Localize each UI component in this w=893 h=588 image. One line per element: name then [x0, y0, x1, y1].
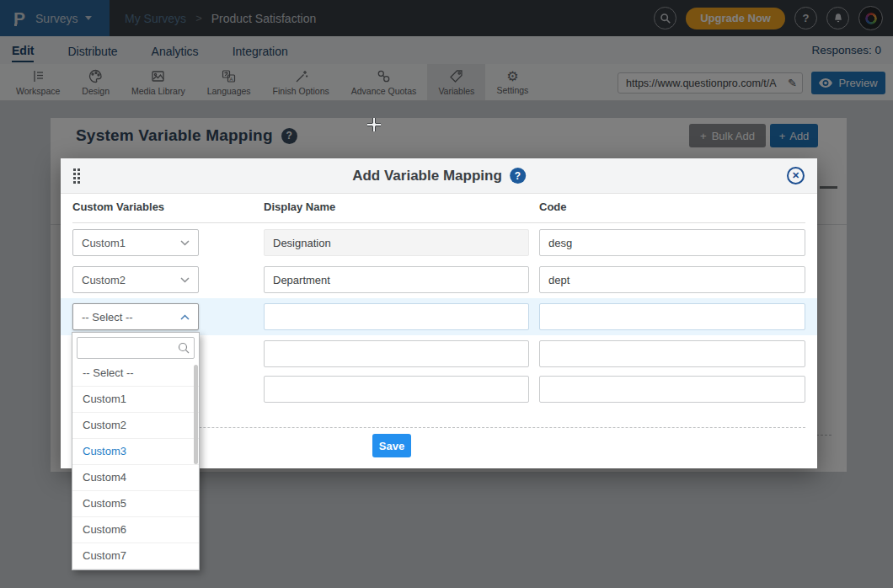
code-input-2[interactable]	[539, 266, 805, 293]
variable-dropdown-panel: -- Select -- Custom1 Custom2 Custom3 Cus…	[72, 332, 200, 570]
variable-select-2[interactable]: Custom2	[72, 266, 199, 293]
code-input-5[interactable]	[539, 376, 805, 403]
close-icon[interactable]: ✕	[787, 167, 805, 184]
display-name-input-3[interactable]	[264, 303, 529, 330]
column-display-name: Display Name	[264, 200, 539, 222]
mapping-row-3: -- Select --	[72, 303, 805, 330]
dialog-help-icon[interactable]: ?	[510, 168, 526, 184]
variable-select-1[interactable]: Custom1	[72, 229, 199, 256]
dropdown-option-custom2[interactable]: Custom2	[72, 413, 199, 439]
code-input-3[interactable]	[539, 303, 805, 330]
search-icon	[177, 341, 190, 355]
code-input-4[interactable]	[539, 340, 805, 367]
chevron-down-icon	[180, 277, 190, 283]
dropdown-option-custom3[interactable]: Custom3	[72, 439, 199, 465]
dropdown-scrollbar[interactable]	[194, 365, 198, 464]
save-button[interactable]: Save	[372, 434, 411, 457]
drag-handle-icon[interactable]	[73, 168, 80, 184]
display-name-input-1[interactable]	[264, 229, 529, 256]
variable-select-3[interactable]: -- Select --	[72, 303, 199, 330]
column-custom-variables: Custom Variables	[72, 200, 264, 222]
display-name-input-5[interactable]	[264, 376, 529, 403]
display-name-input-2[interactable]	[264, 266, 529, 293]
dropdown-options-list: -- Select -- Custom1 Custom2 Custom3 Cus…	[72, 361, 199, 570]
column-headers: Custom Variables Display Name Code	[72, 200, 805, 223]
display-name-input-4[interactable]	[264, 340, 529, 367]
dropdown-option-custom5[interactable]: Custom5	[72, 491, 199, 517]
code-input-1[interactable]	[539, 229, 805, 256]
dialog-header: Add Variable Mapping ? ✕	[61, 158, 817, 194]
app-root: P Surveys My Surveys > Product Satisfact…	[0, 0, 893, 588]
dropdown-option-custom7[interactable]: Custom7	[72, 543, 199, 569]
mapping-row-2: Custom2	[72, 266, 805, 293]
column-code: Code	[539, 200, 805, 222]
dropdown-option-select[interactable]: -- Select --	[72, 361, 199, 387]
chevron-up-icon	[180, 314, 190, 320]
chevron-down-icon	[180, 240, 190, 246]
dropdown-option-partial[interactable]	[72, 569, 199, 570]
dialog-title: Add Variable Mapping ?	[352, 168, 526, 184]
dropdown-option-custom4[interactable]: Custom4	[72, 465, 199, 491]
add-variable-mapping-dialog: Add Variable Mapping ? ✕ Custom Variable…	[61, 158, 817, 468]
dropdown-option-custom1[interactable]: Custom1	[72, 387, 199, 413]
dropdown-option-custom6[interactable]: Custom6	[72, 517, 199, 543]
mapping-row-1: Custom1	[72, 229, 805, 256]
